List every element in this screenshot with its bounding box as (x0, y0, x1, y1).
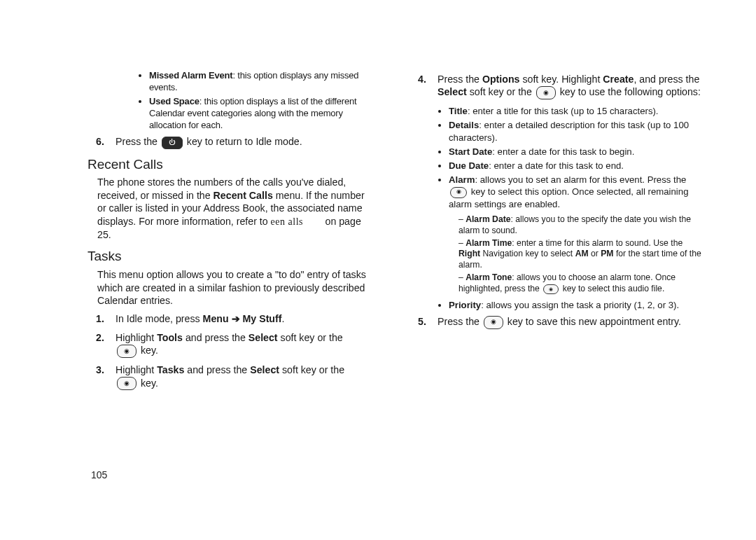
text: key to use the following options: (557, 86, 701, 97)
text-bold: Select (250, 364, 279, 375)
text: key. (138, 345, 158, 356)
text-bold: Create (603, 74, 634, 85)
ok-key-icon: ◉ (484, 316, 503, 329)
bullet-title: Used Space (149, 96, 200, 106)
text: Highlight (115, 332, 157, 343)
text: and press the (184, 364, 250, 375)
text: soft key or the (278, 332, 343, 343)
page-container: Missed Alarm Event: this option displays… (0, 0, 756, 476)
step-number: 6. (96, 135, 115, 148)
text-bold: Recent Calls (214, 190, 273, 201)
opt-text: : enter a detailed description for this … (449, 120, 689, 142)
top-bullet-list: Missed Alarm Event: this option displays… (88, 70, 368, 131)
text: In Idle mode, press (115, 313, 203, 324)
step-text: Press the ◉ key to save this new appoint… (438, 315, 681, 329)
list-item: Priority: allows you assign the task a p… (449, 299, 704, 311)
ok-key-icon: ◉ (543, 284, 559, 294)
text: Press the (438, 74, 482, 85)
step-text: Press the Options soft key. Highlight Cr… (438, 73, 704, 99)
step-2: 2. Highlight Tools and press the Select … (96, 331, 368, 358)
list-item: Due Date: enter a date for this task to … (449, 160, 704, 172)
text: . (282, 313, 285, 324)
text: Highlight (115, 364, 157, 375)
right-column: 4. Press the Options soft key. Highlight… (410, 70, 704, 476)
text: and press the (183, 332, 248, 343)
sub-title: Alarm Time (465, 238, 512, 248)
opt-text: : enter a title for this task (up to 15 … (468, 106, 659, 116)
text: key to save this new appointment entry. (505, 316, 681, 327)
text: Press the (438, 316, 482, 327)
step-number: 3. (96, 364, 115, 390)
step-number: 5. (418, 315, 438, 329)
sub-title: Alarm Tone (465, 272, 512, 282)
ok-key-icon: ◉ (117, 345, 136, 358)
list-item-alarm: Alarm: allows you to set an alarm for th… (449, 174, 704, 210)
end-key-icon: ⏻ (162, 137, 183, 149)
list-item: Missed Alarm Event: this option displays… (149, 70, 368, 94)
page-number: 105 (91, 469, 107, 480)
opt-text: : enter a date for this task to begin. (492, 146, 634, 157)
step-list-a: 6. Press the ⏻ key to return to Idle mod… (88, 135, 368, 148)
list-item: Start Date: enter a date for this task t… (449, 146, 704, 158)
heading-recent-calls: Recent Calls (88, 156, 368, 174)
tasks-paragraph: This menu option allows you to create a … (97, 268, 368, 307)
opt-title: Priority (449, 300, 481, 310)
sub-bold: AM (575, 249, 589, 258)
step-5: 5. Press the ◉ key to save this new appo… (418, 315, 704, 329)
text: , and press the (634, 74, 699, 85)
text-bold: Tasks (157, 364, 184, 375)
opt-title: Details (449, 120, 479, 130)
text-bold: Options (482, 74, 520, 85)
sub-bold: Right (458, 249, 480, 258)
opt-text: : allows you to set an alarm for this ev… (475, 174, 686, 185)
heading-tasks: Tasks (88, 248, 368, 265)
cross-ref: een alls (271, 216, 303, 227)
text-bold: Menu ➔ My Stuff (203, 313, 282, 324)
step-list-c: 4. Press the Options soft key. Highlight… (410, 73, 704, 99)
step-pre: Press the (115, 136, 160, 147)
list-item: Alarm Time: enter a time for this alarm … (458, 238, 704, 272)
opt-text: : allows you assign the task a priority … (481, 300, 679, 310)
sub-bold: PM (601, 249, 613, 258)
alarm-sublist: Alarm Date: allows you to the specify th… (410, 214, 704, 295)
left-column: Missed Alarm Event: this option displays… (88, 70, 368, 476)
list-item: Alarm Tone: allows you to choose an alar… (458, 272, 704, 295)
step-list-b: 1. In Idle mode, press Menu ➔ My Stuff. … (88, 312, 368, 390)
step-post: key to return to Idle mode. (184, 136, 302, 147)
opt-title: Start Date (449, 146, 492, 157)
sub-title: Alarm Date (465, 214, 510, 224)
text: soft key. Highlight (519, 74, 603, 85)
ok-key-icon: ◉ (536, 86, 556, 99)
text: key. (138, 378, 158, 389)
text-bold: Select (248, 332, 278, 343)
step-6: 6. Press the ⏻ key to return to Idle mod… (96, 135, 368, 148)
step-list-d: 5. Press the ◉ key to save this new appo… (410, 315, 704, 329)
text: soft key or the (467, 86, 535, 97)
text: soft key or the (279, 364, 344, 375)
text-bold: Select (438, 86, 467, 97)
step-text: Press the ⏻ key to return to Idle mode. (115, 135, 302, 148)
step-3: 3. Highlight Tasks and press the Select … (96, 364, 368, 390)
step-text: In Idle mode, press Menu ➔ My Stuff. (115, 312, 284, 325)
opt-text: key to select this option. Once selected… (449, 186, 688, 209)
text-bold: Tools (157, 332, 183, 343)
sub-text: key to select this audio file. (560, 284, 664, 293)
step-text: Highlight Tools and press the Select sof… (115, 331, 343, 358)
opt-title: Title (449, 106, 468, 116)
list-item: Used Space: this option displays a list … (149, 96, 368, 132)
sub-text: or (589, 249, 601, 258)
sub-text: Navigation key to select (480, 249, 575, 258)
list-item: Title: enter a title for this task (up t… (449, 105, 704, 117)
options-list: Title: enter a title for this task (up t… (410, 105, 704, 210)
step-number: 2. (96, 331, 115, 358)
list-item: Details: enter a detailed description fo… (449, 119, 704, 143)
sub-text: : enter a time for this alarm to sound. … (512, 238, 682, 248)
list-item: Alarm Date: allows you to the specify th… (458, 214, 704, 237)
ok-key-icon: ◉ (117, 377, 136, 390)
recent-calls-paragraph: The phone stores the numbers of the call… (97, 176, 368, 241)
step-text: Highlight Tasks and press the Select sof… (115, 364, 344, 390)
opt-title: Due Date (449, 160, 489, 171)
step-4: 4. Press the Options soft key. Highlight… (418, 73, 704, 99)
ok-key-icon: ◉ (450, 187, 467, 198)
bullet-title: Missed Alarm Event (149, 70, 232, 81)
